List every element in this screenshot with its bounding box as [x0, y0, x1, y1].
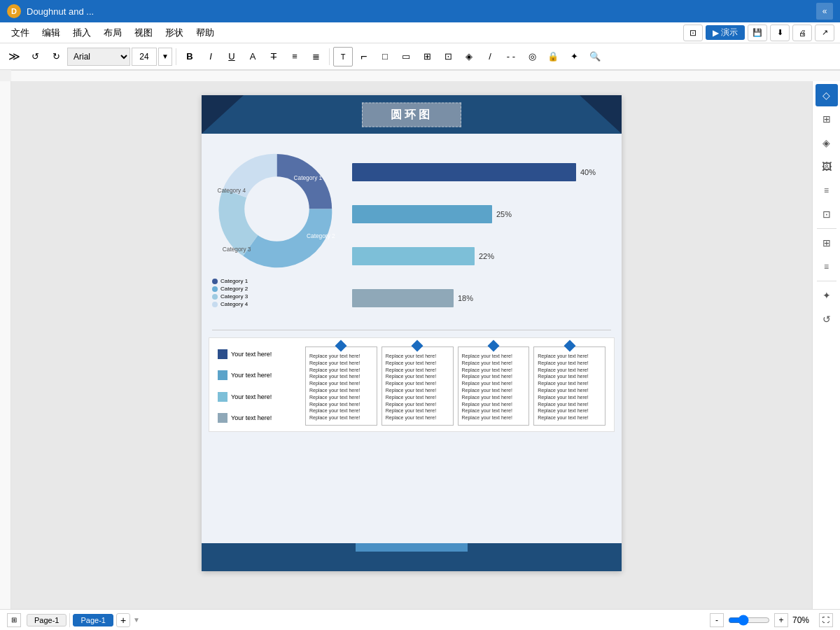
- align-btn[interactable]: ≡: [285, 47, 304, 66]
- save-btn[interactable]: 💾: [748, 24, 767, 41]
- main-area: 圆环图: [0, 81, 840, 609]
- grid-toggle-btn[interactable]: ⊞: [7, 613, 21, 627]
- legend-label-2: Category 2: [220, 286, 248, 292]
- title-bar: D Doughnut and ... «: [0, 0, 840, 22]
- ruler-h: // We'll draw ruler ticks inline: [11, 70, 840, 81]
- legend-item-4: Category 4: [212, 301, 342, 307]
- rect-btn[interactable]: □: [375, 47, 395, 66]
- strikethrough-btn[interactable]: T̶: [264, 47, 284, 66]
- menu-view[interactable]: 视图: [129, 25, 158, 41]
- sidebar-grid2-btn[interactable]: ⊞: [816, 232, 838, 254]
- legend-dot-3: [212, 294, 218, 300]
- svg-point-4: [244, 176, 309, 241]
- ruler-v-svg: [0, 81, 11, 609]
- bar-row-4: 18%: [352, 289, 611, 307]
- canvas-area[interactable]: 圆环图: [11, 81, 812, 609]
- bar-label-4: 18%: [458, 294, 473, 302]
- legend-square-2: [218, 370, 227, 380]
- print-btn[interactable]: 🖨: [792, 24, 812, 41]
- fullscreen-btn[interactable]: ⛶: [819, 613, 833, 627]
- text-col-4: Replace your text here!Replace your text…: [533, 346, 606, 426]
- sidebar-grid-btn[interactable]: ⊞: [816, 108, 838, 130]
- legend-item-2: Category 2: [212, 286, 342, 292]
- header-left-accent: [202, 95, 244, 134]
- bold-btn[interactable]: B: [180, 47, 200, 66]
- slide-header: 圆环图: [202, 95, 622, 134]
- page-tab-active[interactable]: Page-1: [73, 614, 113, 626]
- menu-file[interactable]: 文件: [6, 25, 35, 41]
- zoom-slider[interactable]: [728, 615, 770, 626]
- status-bar: ⊞ Page-1 Page-1 + ▼ - + 70% ⛶: [0, 609, 840, 630]
- redo-btn[interactable]: ↻: [46, 47, 66, 66]
- sidebar-image-btn[interactable]: 🖼: [816, 155, 838, 178]
- menu-insert[interactable]: 插入: [67, 25, 97, 41]
- legend-list-item-1: Your text here!: [218, 349, 298, 359]
- font-size-more-btn[interactable]: ▼: [158, 48, 172, 66]
- sidebar-align-btn[interactable]: ≡: [816, 255, 838, 278]
- collapse-btn[interactable]: «: [816, 3, 833, 20]
- menu-edit[interactable]: 编辑: [36, 25, 66, 41]
- italic-btn[interactable]: I: [201, 47, 220, 66]
- page-tab-inactive[interactable]: Page-1: [27, 614, 66, 626]
- mask-btn[interactable]: ◎: [522, 47, 542, 66]
- slide-title: 圆环图: [362, 102, 461, 127]
- sidebar-magic2-btn[interactable]: ✦: [816, 284, 838, 307]
- sidebar-layers-btn[interactable]: ◈: [816, 132, 838, 154]
- text-color-btn[interactable]: A: [243, 47, 262, 66]
- menu-bar: 文件 编辑 插入 布局 视图 形状 帮助 ⊡ ▶ 演示 💾 ⬇ 🖨 ↗: [0, 22, 840, 43]
- menu-layout[interactable]: 布局: [98, 25, 127, 41]
- legend-square-1: [218, 349, 227, 359]
- section-divider: [212, 330, 611, 330]
- legend-list-text-1: Your text here!: [231, 351, 272, 358]
- zoom-in-btn[interactable]: +: [774, 613, 788, 627]
- diamond-1: [335, 340, 347, 352]
- dash-btn[interactable]: - -: [501, 47, 521, 66]
- divider-2: [329, 48, 330, 65]
- bar-label-2: 25%: [496, 210, 512, 218]
- play-icon: ▶: [713, 28, 719, 38]
- undo-btn[interactable]: ↺: [25, 47, 45, 66]
- font-family-select[interactable]: Arial: [67, 48, 130, 66]
- download-btn[interactable]: ⬇: [770, 24, 790, 41]
- present-button[interactable]: ▶ 演示: [706, 25, 745, 40]
- magic-btn[interactable]: ✦: [564, 47, 584, 66]
- lock-btn[interactable]: 🔒: [543, 47, 563, 66]
- bar-label-3: 22%: [479, 252, 494, 260]
- text-col-1: Replace your text here!Replace your text…: [305, 346, 377, 426]
- svg-rect-2: [0, 81, 11, 609]
- legend-dot-1: [212, 279, 218, 284]
- template-btn[interactable]: ⊡: [683, 24, 703, 41]
- sidebar-diamond-btn[interactable]: ◇: [816, 84, 838, 106]
- cat1-label: Category 1: [294, 174, 323, 181]
- bottom-section: Your text here! Your text here! Your tex…: [209, 337, 615, 432]
- underline-btn[interactable]: U: [222, 47, 241, 66]
- app-icon: D: [7, 4, 21, 18]
- more-tools-btn[interactable]: ≫: [4, 47, 24, 66]
- mobile-btn[interactable]: ▭: [396, 47, 416, 66]
- sidebar-list-btn[interactable]: ≡: [816, 179, 838, 202]
- add-page-btn[interactable]: +: [116, 613, 130, 627]
- sidebar-history-btn[interactable]: ↺: [816, 308, 838, 330]
- legend-list-item-4: Your text here!: [218, 413, 298, 423]
- table-btn[interactable]: ⊞: [417, 47, 437, 66]
- legend-label-3: Category 3: [220, 293, 248, 300]
- toolbar: ≫ ↺ ↻ Arial ▼ B I U A T̶ ≡ ≣ T ⌐ □ ▭ ⊞ ⊡…: [0, 43, 840, 70]
- sidebar-divider-1: [817, 228, 836, 229]
- textbox-btn[interactable]: T: [333, 47, 353, 66]
- legend-list-item-3: Your text here!: [218, 392, 298, 402]
- align-more-btn[interactable]: ≣: [306, 47, 326, 66]
- zoom-out-btn[interactable]: -: [710, 613, 724, 627]
- crop-btn[interactable]: ⊡: [438, 47, 458, 66]
- legend-dot-4: [212, 302, 218, 307]
- font-size-input[interactable]: [132, 48, 157, 66]
- sidebar-crop2-btn[interactable]: ⊡: [816, 203, 838, 225]
- menu-help[interactable]: 帮助: [190, 25, 220, 41]
- line-btn[interactable]: /: [480, 47, 500, 66]
- connector-btn[interactable]: ⌐: [354, 47, 374, 66]
- share-btn[interactable]: ↗: [815, 24, 834, 41]
- slide-canvas: 圆环图: [202, 95, 622, 571]
- fill-btn[interactable]: ◈: [459, 47, 479, 66]
- text-columns: Replace your text here!Replace your text…: [305, 346, 606, 426]
- search-btn[interactable]: 🔍: [585, 47, 605, 66]
- menu-shape[interactable]: 形状: [160, 25, 189, 41]
